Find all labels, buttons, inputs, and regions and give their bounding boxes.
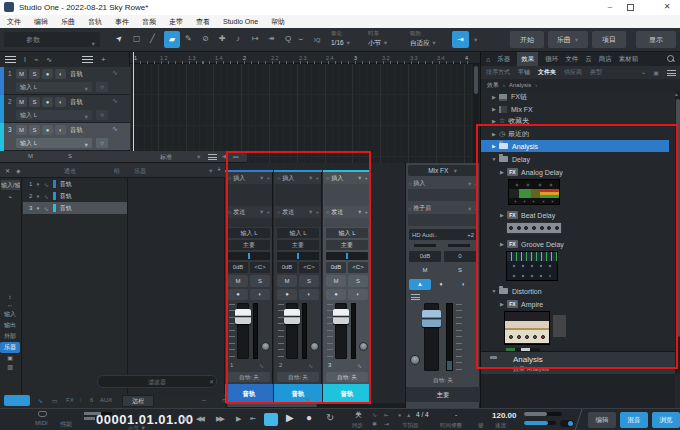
follow-icon[interactable]: ↠ [268,34,275,43]
sends-area[interactable] [275,218,321,227]
paint-tool-icon[interactable]: ✎ [185,34,192,43]
banks-icon[interactable]: ▣ [0,353,20,362]
snap-options-chevron[interactable]: ▼ [473,37,478,43]
add-icon[interactable]: + [474,206,478,212]
power-icon[interactable]: ○ [326,175,329,181]
sort-type[interactable]: 类型 [590,68,602,77]
sends-area[interactable] [408,214,478,226]
browse-view-button[interactable]: 浏览 [652,412,680,428]
arrange-vscrollbar[interactable] [473,64,479,167]
strip-input-select[interactable]: 输入 L [228,228,270,238]
sidebar-item-instruments[interactable]: 乐器 [0,342,20,353]
tree-item-delay[interactable]: ▼ Delay [481,153,675,165]
minimize-strip-icon[interactable]: ▬ [233,153,239,159]
pan-slider[interactable] [326,252,368,260]
home-icon[interactable]: ⌂ [486,56,490,63]
power-icon[interactable]: ○ [228,209,231,215]
menu-item[interactable]: 走带 [169,17,183,27]
sends-area[interactable] [324,218,370,227]
expand-arrow-icon[interactable]: ▶ [489,131,499,137]
start-page-button[interactable]: 开始 [510,31,544,48]
strip-record-button[interactable]: ● [228,289,248,300]
tree-item-recent[interactable]: ▶ ◷ 最近的 [481,128,675,140]
talkback-mic-button[interactable]: ♦ [433,279,449,290]
chevron-down-icon[interactable]: ▼ [259,175,264,181]
add-icon[interactable]: + [266,175,270,181]
gain-value[interactable]: 0dB [326,262,346,273]
thumbnails-icon[interactable]: ▣ [653,69,659,76]
timestretch-value[interactable]: - [455,411,457,418]
beat-delay-thumbnail[interactable] [506,222,562,234]
timeline-ruler[interactable]: 1 1.2 1.3 1.4 2 2.2 2.3 2.4 3 3.2 3.3 3.… [130,52,480,64]
chevron-down-icon[interactable]: ▼ [196,154,201,160]
add-icon[interactable]: + [266,209,270,215]
power-icon[interactable]: ○ [228,175,231,181]
scrollbar-thumb[interactable] [474,66,478,94]
playhead[interactable] [133,52,134,167]
tree-item-fx-chains[interactable]: ▶ FX链 [481,91,675,103]
fader-cap[interactable] [235,309,251,324]
scroll-up-icon[interactable]: ▴ [675,91,678,97]
menu-item[interactable]: Studio One [223,18,258,25]
add-icon[interactable]: + [315,209,319,215]
power-icon[interactable]: ○ [408,206,411,212]
menu-item[interactable]: 查看 [196,17,210,27]
tree-item-beat-delay[interactable]: ▶ FX Beat Delay [481,209,675,221]
mixer-strip[interactable]: ○插入▼+ ○发送▼+ 输入 L 主要 0dB <C> M S ● ◐ 2 ∿ … [274,170,322,403]
channel-list-row-selected[interactable]: 3 ● ∿ 音轨 [23,202,127,214]
split-tool-icon[interactable]: ╱ [150,34,155,43]
fader-menu-icon[interactable] [411,294,420,300]
expand-arrow-icon[interactable]: ▶ [497,301,507,307]
edit-view-button[interactable]: 编辑 [588,412,616,428]
sort-vendor[interactable]: 供应商 [564,68,582,77]
sends-header[interactable]: ○发送▼+ [274,206,322,218]
list-view-icon[interactable] [667,70,676,76]
pan-value[interactable]: <C> [348,262,368,273]
chevron-down-icon[interactable]: ▼ [357,175,362,181]
chevron-down-icon[interactable]: ▼ [259,209,264,215]
main-solo-button[interactable]: S [444,264,476,277]
stop-button[interactable] [264,413,278,426]
sidebar-item-inputs[interactable]: 输入 [0,309,20,320]
tree-item-distortion[interactable]: ▼ Distortion [481,285,675,297]
monitor-speaker-button[interactable]: ▲ [409,279,431,290]
pan-slider[interactable] [277,252,319,260]
strip-record-button[interactable]: ● [277,289,297,300]
tab-effects-active[interactable]: 效果 [517,52,538,67]
time-unit-dropdown[interactable]: 小节 ▼ [128,425,146,430]
fader-cap[interactable] [333,309,349,324]
bend-tool-icon[interactable]: ✚ [219,34,226,43]
postfader-header[interactable]: ○推子后▼+ [408,203,478,214]
small-console-icon[interactable]: ∿ [38,397,43,404]
trim-knob[interactable] [261,342,270,351]
record-button[interactable]: ● [306,412,312,423]
track-monitor-button[interactable]: ◐ [55,125,66,135]
track-list-icon[interactable] [82,56,93,63]
power-icon[interactable]: ○ [408,181,411,187]
minimize-button[interactable]: – [598,2,622,11]
tab-shop[interactable]: 商店 [599,55,612,64]
range-tool-icon[interactable]: ▢ [133,34,141,43]
menu-item[interactable]: 编辑 [34,17,48,27]
large-console-icon[interactable]: ▭ [52,397,58,404]
automation-mode-button[interactable]: 自动: 关 [277,372,319,382]
mini-slider[interactable] [448,244,470,247]
tab-instruments[interactable]: 乐器 [497,55,510,64]
preroll-icon[interactable]: ∿ [372,411,377,418]
ampire-thumbnail[interactable] [504,311,568,347]
track-input-dropdown[interactable]: 输入 L ▼ [16,138,92,148]
minimize-panel-icon[interactable]: – [202,396,206,403]
expand-arrow-icon[interactable]: ▶ [497,169,507,175]
add-icon[interactable]: + [364,175,368,181]
chevron-down-icon[interactable]: ▼ [208,168,213,174]
automation-mode-button[interactable]: 自动: 关 [228,372,270,382]
tree-item-favorites[interactable]: ▶ ☆ 收藏夹 [481,115,675,127]
fx-tab[interactable]: FX [66,397,74,403]
chevron-down-icon[interactable]: ▼ [467,206,472,212]
main-trim-knob[interactable] [410,355,420,365]
track-record-button[interactable]: ● [42,97,53,107]
wrench-icon[interactable]: ⌁ [642,69,646,76]
arrow-tool-icon[interactable]: ➤ [114,33,125,44]
filter-clear-icon[interactable]: ✕ [209,378,214,385]
metronome-sound-icon[interactable]: ▲ [406,412,411,418]
